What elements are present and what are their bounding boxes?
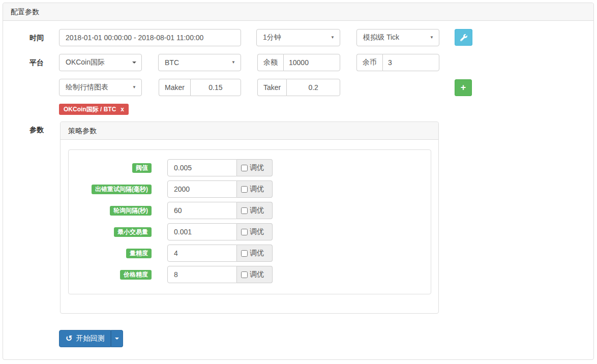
config-panel: 配置参数 时间 1分钟 ▼ 模拟级 Tick ▼ 平台 OKCoin国际 BTC… bbox=[3, 3, 594, 360]
time-label: 时间 bbox=[3, 34, 44, 43]
param-name-badge: 最小交易量 bbox=[114, 227, 152, 237]
tune-addon: 调优 bbox=[237, 202, 273, 219]
param-name-badge: 轮询间隔(秒) bbox=[110, 206, 152, 216]
param-name-badge: 价格精度 bbox=[120, 270, 152, 280]
params-box: 阀值 调优 出错重试间隔(毫秒) 调优 bbox=[68, 149, 431, 294]
taker-addon-label: Taker bbox=[257, 79, 286, 96]
param-value-input[interactable] bbox=[167, 159, 237, 176]
tune-checkbox[interactable] bbox=[241, 186, 248, 193]
plus-icon: + bbox=[461, 82, 466, 93]
caret-down-icon: ▼ bbox=[331, 36, 335, 40]
tune-label: 调优 bbox=[250, 249, 264, 258]
taker-fee-group: Taker bbox=[257, 79, 340, 96]
coin-select-value: BTC bbox=[165, 58, 179, 67]
param-name-badge: 量精度 bbox=[126, 249, 152, 258]
tune-label: 调优 bbox=[250, 270, 264, 279]
tune-label: 调优 bbox=[250, 163, 264, 172]
param-row: 最小交易量 调优 bbox=[69, 223, 431, 240]
tune-addon: 调优 bbox=[237, 223, 273, 240]
tick-mode-select-value: 模拟级 Tick bbox=[363, 33, 399, 42]
param-row: 阀值 调优 bbox=[69, 159, 431, 176]
pair-tag: OKCoin国际 / BTC x bbox=[59, 104, 129, 115]
period-select[interactable]: 1分钟 ▼ bbox=[256, 29, 340, 46]
start-backtest-caret-button[interactable] bbox=[111, 330, 123, 347]
repeat-icon: ↺ bbox=[66, 335, 72, 343]
param-row: 价格精度 调优 bbox=[69, 266, 431, 283]
tune-addon: 调优 bbox=[237, 159, 273, 176]
param-value-input[interactable] bbox=[167, 266, 237, 283]
caret-down-icon: ▼ bbox=[430, 36, 434, 40]
advanced-settings-button[interactable] bbox=[455, 29, 472, 46]
stocks-addon-label: 余币 bbox=[356, 54, 382, 71]
tick-mode-select[interactable]: 模拟级 Tick ▼ bbox=[356, 29, 439, 46]
param-value-input[interactable] bbox=[167, 223, 237, 240]
param-value-input[interactable] bbox=[167, 180, 237, 198]
stocks-group: 余币 bbox=[356, 54, 439, 71]
caret-down-icon: ▼ bbox=[132, 85, 136, 89]
stocks-input[interactable] bbox=[382, 54, 439, 71]
taker-fee-input[interactable] bbox=[286, 79, 340, 96]
strategy-params-header: 策略参数 bbox=[61, 122, 438, 140]
period-select-value: 1分钟 bbox=[263, 33, 281, 42]
add-pair-button[interactable]: + bbox=[455, 79, 472, 96]
tune-addon: 调优 bbox=[237, 245, 273, 262]
maker-addon-label: Maker bbox=[159, 79, 190, 96]
chart-mode-select[interactable]: 绘制行情图表 ▼ bbox=[59, 79, 142, 96]
start-backtest-button[interactable]: ↺ 开始回测 bbox=[59, 330, 111, 347]
param-value-input[interactable] bbox=[167, 202, 237, 219]
param-row: 出错重试间隔(毫秒) 调优 bbox=[69, 180, 431, 198]
maker-fee-group: Maker bbox=[159, 79, 241, 96]
tune-addon: 调优 bbox=[237, 180, 273, 198]
page-title: 配置参数 bbox=[11, 8, 39, 16]
start-backtest-group: ↺ 开始回测 bbox=[59, 330, 123, 347]
tune-checkbox[interactable] bbox=[241, 207, 248, 214]
param-row: 量精度 调优 bbox=[69, 245, 431, 262]
exchange-dropdown[interactable]: OKCoin国际 bbox=[59, 54, 142, 71]
param-row: 轮询间隔(秒) 调优 bbox=[69, 202, 431, 219]
time-range-input[interactable] bbox=[59, 29, 241, 46]
strategy-params-title: 策略参数 bbox=[68, 127, 97, 135]
tune-checkbox[interactable] bbox=[241, 271, 248, 278]
tune-label: 调优 bbox=[250, 185, 264, 194]
param-name-badge: 阀值 bbox=[132, 163, 152, 173]
tune-label: 调优 bbox=[250, 227, 264, 236]
wrench-icon bbox=[460, 34, 467, 41]
caret-down-icon: ▼ bbox=[231, 60, 235, 65]
maker-fee-input[interactable] bbox=[190, 79, 241, 96]
balance-input[interactable] bbox=[283, 54, 340, 71]
coin-select[interactable]: BTC ▼ bbox=[158, 54, 241, 71]
tune-label: 调优 bbox=[250, 206, 264, 215]
pair-tag-label: OKCoin国际 / BTC bbox=[64, 105, 116, 114]
params-label: 参数 bbox=[3, 126, 44, 135]
chart-mode-select-value: 绘制行情图表 bbox=[66, 83, 108, 92]
tune-checkbox[interactable] bbox=[241, 165, 248, 171]
platform-label: 平台 bbox=[3, 58, 44, 68]
exchange-dropdown-value: OKCoin国际 bbox=[66, 58, 105, 67]
start-backtest-label: 开始回测 bbox=[76, 334, 104, 343]
balance-addon-label: 余额 bbox=[257, 54, 283, 71]
param-value-input[interactable] bbox=[167, 245, 237, 262]
caret-down-icon bbox=[115, 338, 119, 340]
tune-checkbox[interactable] bbox=[241, 250, 248, 257]
caret-down-icon bbox=[132, 62, 136, 64]
tune-checkbox[interactable] bbox=[241, 229, 248, 235]
strategy-params-panel: 策略参数 阀值 调优 出错重试间隔(毫秒) bbox=[60, 122, 439, 314]
close-icon[interactable]: x bbox=[121, 106, 124, 113]
tune-addon: 调优 bbox=[237, 266, 273, 283]
param-name-badge: 出错重试间隔(毫秒) bbox=[92, 185, 152, 194]
config-panel-header: 配置参数 bbox=[3, 3, 593, 21]
balance-group: 余额 bbox=[257, 54, 340, 71]
